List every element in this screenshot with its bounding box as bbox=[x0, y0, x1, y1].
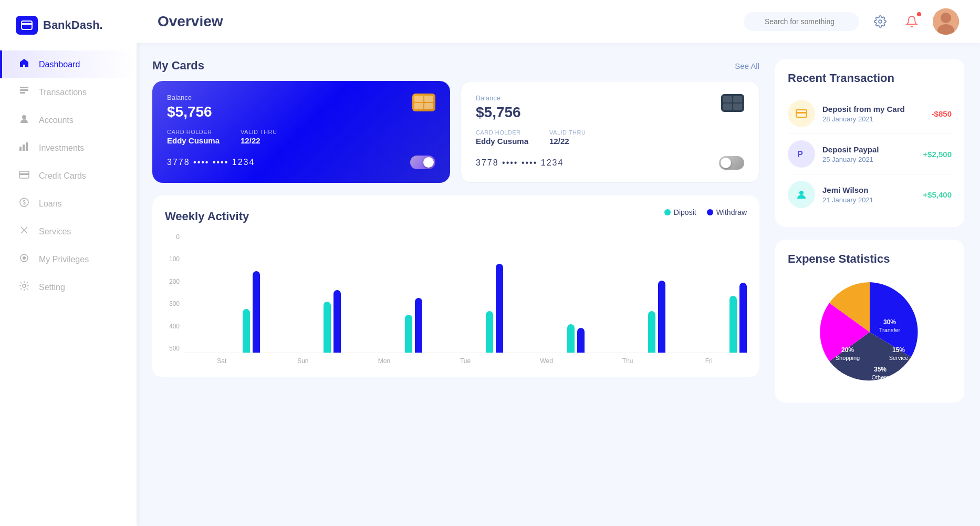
legend-deposit-label: Diposit bbox=[674, 208, 696, 216]
x-label-wed: Wed bbox=[508, 357, 585, 365]
bar-pair-tue bbox=[486, 247, 503, 353]
card-white-balance-label: Balance bbox=[476, 94, 521, 102]
bar-withdraw-sat bbox=[253, 271, 260, 353]
bars-area bbox=[184, 233, 747, 353]
sidebar-label-dashboard: Dashboard bbox=[39, 60, 80, 69]
expense-statistics-section: Expense Statistics bbox=[775, 240, 964, 403]
y-axis: 500 400 300 200 100 0 bbox=[165, 233, 184, 365]
bar-deposit-mon bbox=[405, 315, 412, 353]
card-white-bottom: 3778 •••• •••• 1234 bbox=[476, 156, 744, 170]
card-white-toggle[interactable] bbox=[719, 156, 744, 170]
svg-rect-2 bbox=[20, 87, 28, 88]
bar-group-fri bbox=[671, 247, 747, 353]
bar-withdraw-wed bbox=[577, 328, 585, 353]
avatar-image bbox=[933, 8, 959, 35]
bar-withdraw-sun bbox=[333, 290, 341, 353]
card-blue-balance: $5,756 bbox=[167, 104, 212, 120]
card-white-holder: Eddy Cusuma bbox=[476, 137, 528, 146]
tx-info-3: Jemi Wilson 21 January 2021 bbox=[822, 185, 915, 204]
tx-icon-user bbox=[788, 181, 815, 208]
bar-pair-thu bbox=[648, 247, 665, 353]
y-label-400: 400 bbox=[165, 323, 180, 330]
sidebar-label-transactions: Transactions bbox=[39, 88, 87, 97]
bar-pair-fri bbox=[729, 247, 747, 353]
svg-point-16 bbox=[23, 256, 26, 260]
tx-info-1: Deposit from my Card 28 January 2021 bbox=[822, 105, 924, 123]
see-all-cards[interactable]: See All bbox=[735, 61, 759, 70]
tx-icon-paypal: P bbox=[788, 140, 815, 168]
app-name: BankDash. bbox=[43, 18, 103, 32]
tx-name-3: Jemi Wilson bbox=[822, 185, 915, 194]
sidebar-item-dashboard[interactable]: Dashboard bbox=[0, 50, 137, 78]
bar-pair-sun bbox=[324, 247, 341, 353]
bar-withdraw-fri bbox=[739, 283, 747, 353]
svg-text:P: P bbox=[797, 150, 803, 159]
sidebar-label-loans: Loans bbox=[39, 199, 62, 209]
svg-point-20 bbox=[879, 20, 882, 23]
transaction-item-1: Deposit from my Card 28 January 2021 -$8… bbox=[788, 94, 952, 133]
card-white-number: 3778 •••• •••• 1234 bbox=[476, 158, 564, 168]
sidebar-label-privileges: My Privileges bbox=[39, 255, 89, 264]
card-blue-valid-label: VALID THRU bbox=[241, 129, 277, 135]
card-blue-valid: 12/22 bbox=[241, 136, 277, 145]
card-blue-balance-label: Balance bbox=[167, 94, 212, 101]
card-blue: Balance $5,756 CARD HOLDER Eddy bbox=[152, 81, 450, 183]
card-blue-toggle[interactable] bbox=[410, 156, 435, 169]
sidebar-label-services: Services bbox=[39, 227, 71, 236]
avatar[interactable] bbox=[933, 8, 959, 35]
sidebar-item-loans[interactable]: $ Loans bbox=[0, 190, 137, 218]
bar-chart: 500 400 300 200 100 0 bbox=[165, 233, 747, 365]
card-white: Balance $5,756 CARD HOLDER Eddy bbox=[461, 81, 759, 183]
tx-amount-3: +$5,400 bbox=[923, 190, 952, 199]
x-label-sun: Sun bbox=[265, 357, 341, 365]
logo-area: BankDash. bbox=[0, 11, 137, 50]
settings-button[interactable] bbox=[870, 11, 891, 32]
legend-deposit-dot bbox=[664, 209, 671, 215]
x-label-thu: Thu bbox=[590, 357, 666, 365]
sidebar-label-credit-cards: Credit Cards bbox=[39, 171, 86, 181]
search-input[interactable] bbox=[744, 12, 859, 31]
svg-rect-10 bbox=[19, 173, 29, 175]
accounts-icon bbox=[18, 114, 30, 127]
svg-rect-4 bbox=[20, 92, 25, 94]
credit-cards-icon bbox=[18, 169, 30, 182]
svg-text:$: $ bbox=[23, 200, 26, 205]
y-label-500: 500 bbox=[165, 345, 180, 352]
svg-rect-25 bbox=[796, 112, 807, 114]
home-icon bbox=[18, 58, 30, 71]
svg-rect-8 bbox=[26, 142, 28, 151]
setting-icon bbox=[18, 281, 30, 294]
svg-rect-3 bbox=[20, 89, 28, 91]
legend-withdraw-dot bbox=[707, 209, 713, 215]
privileges-icon bbox=[18, 253, 30, 266]
notifications-button[interactable] bbox=[901, 11, 922, 32]
sidebar-item-investments[interactable]: Investments bbox=[0, 134, 137, 162]
bar-pair-sat bbox=[243, 247, 260, 353]
svg-rect-6 bbox=[19, 147, 22, 151]
chart-inner: SatSunMonTueWedThuFri bbox=[184, 233, 747, 365]
sidebar-item-services[interactable]: Services bbox=[0, 218, 137, 245]
services-icon bbox=[18, 225, 30, 238]
loans-icon: $ bbox=[18, 197, 30, 210]
transaction-item-2: P Deposit Paypal 25 January 2021 +$2,500 bbox=[788, 133, 952, 174]
investments-icon bbox=[18, 141, 30, 154]
svg-point-22 bbox=[941, 13, 951, 23]
sidebar-item-accounts[interactable]: Accounts bbox=[0, 106, 137, 134]
svg-text:Shopping: Shopping bbox=[836, 355, 860, 361]
sidebar-item-transactions[interactable]: Transactions bbox=[0, 78, 137, 106]
svg-rect-1 bbox=[22, 23, 32, 25]
sidebar-item-credit-cards[interactable]: Credit Cards bbox=[0, 162, 137, 190]
sidebar-label-investments: Investments bbox=[39, 143, 84, 153]
y-label-200: 200 bbox=[165, 278, 180, 285]
y-label-0: 0 bbox=[165, 233, 180, 241]
sidebar-item-setting[interactable]: Setting bbox=[0, 273, 137, 301]
sidebar-label-accounts: Accounts bbox=[39, 116, 74, 125]
sidebar-item-privileges[interactable]: My Privileges bbox=[0, 245, 137, 273]
bar-deposit-wed bbox=[567, 324, 575, 353]
card-white-valid: 12/22 bbox=[549, 137, 586, 146]
tx-amount-1: -$850 bbox=[932, 109, 952, 118]
svg-text:35%: 35% bbox=[874, 366, 887, 373]
tx-date-2: 25 January 2021 bbox=[822, 156, 915, 163]
svg-rect-0 bbox=[22, 21, 32, 29]
bar-group-sat bbox=[184, 247, 260, 353]
